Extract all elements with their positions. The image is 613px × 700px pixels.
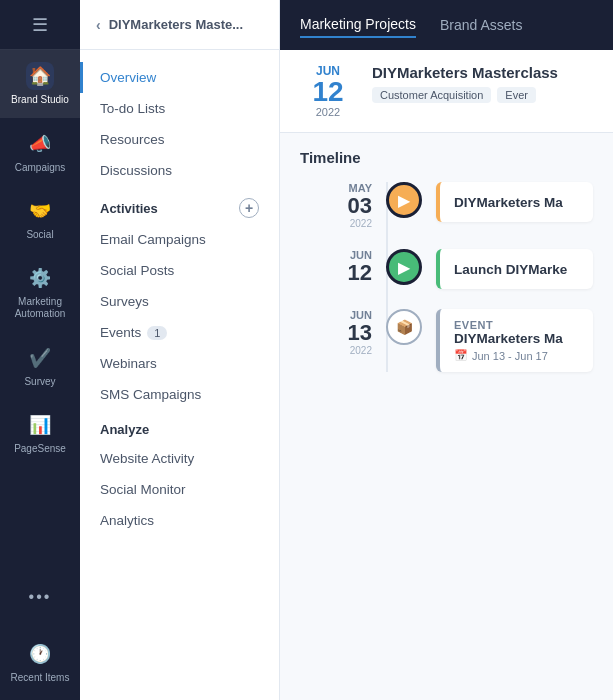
nav-link-events[interactable]: Events1: [80, 317, 279, 348]
timeline-card-1[interactable]: DIYMarketers Ma: [436, 182, 593, 222]
sidebar-collapse-btn[interactable]: ☰: [0, 0, 80, 50]
timeline-card-title-2: Launch DIYMarke: [454, 262, 567, 277]
add-activity-button[interactable]: +: [239, 198, 259, 218]
pagesense-icon: 📊: [26, 411, 54, 439]
timeline-date-3: JUN 13 2022: [300, 309, 372, 356]
sidebar-item-label: PageSense: [14, 443, 66, 454]
timeline-card-3[interactable]: EVENT DIYMarketers Ma 📅 Jun 13 - Jun 17: [436, 309, 593, 372]
timeline-dot-2[interactable]: ▶: [386, 249, 422, 285]
tag-ever: Ever: [497, 87, 536, 103]
sidebar-item-label: Brand Studio: [11, 94, 69, 106]
tag-customer-acquisition: Customer Acquisition: [372, 87, 491, 103]
project-date-badge: JUN 12 2022: [300, 64, 356, 118]
project-header: JUN 12 2022 DIYMarketers Masterclass Cus…: [280, 50, 613, 133]
t-day-1: 03: [300, 194, 372, 218]
marketing-automation-icon: ⚙️: [26, 264, 54, 292]
nav-panel-title: DIYMarketers Maste...: [109, 17, 243, 32]
t-day-3: 13: [300, 321, 372, 345]
timeline-section: Timeline MAY 03 2022 ▶ DIYMarketers Ma: [280, 133, 613, 408]
t-year-1: 2022: [300, 218, 372, 229]
sidebar-item-label: Social: [26, 229, 53, 240]
campaigns-icon: 📣: [26, 130, 54, 158]
project-day: 12: [300, 78, 356, 106]
timeline-item: JUN 13 2022 📦 EVENT DIYMarketers Ma 📅: [300, 309, 593, 372]
nav-link-analytics[interactable]: Analytics: [80, 505, 279, 536]
sidebar-more-btn[interactable]: •••: [21, 576, 60, 618]
nav-link-email-campaigns[interactable]: Email Campaigns: [80, 224, 279, 255]
nav-link-resources[interactable]: Resources: [80, 124, 279, 155]
timeline-dot-1[interactable]: ▶: [386, 182, 422, 218]
timeline-dot-col-2: ▶: [386, 249, 422, 285]
more-dots-icon: •••: [29, 588, 52, 606]
timeline-card-inner-3: EVENT DIYMarketers Ma 📅 Jun 13 - Jun 17: [454, 319, 563, 362]
project-info: DIYMarketers Masterclass Customer Acquis…: [372, 64, 558, 103]
project-year: 2022: [300, 106, 356, 118]
sidebar-item-social[interactable]: 🤝 Social: [0, 185, 80, 252]
timeline-card-date-3: 📅 Jun 13 - Jun 17: [454, 349, 563, 362]
timeline-card-2[interactable]: Launch DIYMarke: [436, 249, 593, 289]
timeline-title: Timeline: [300, 149, 593, 166]
sidebar-item-label: Survey: [24, 376, 55, 387]
sidebar-item-label: Marketing Automation: [8, 296, 72, 320]
nav-links: Overview To-do Lists Resources Discussio…: [80, 50, 279, 548]
sidebar-item-pagesense[interactable]: 📊 PageSense: [0, 399, 80, 466]
timeline-item: JUN 12 ▶ Launch DIYMarke: [300, 249, 593, 289]
timeline-card-title-3: DIYMarketers Ma: [454, 331, 563, 346]
nav-link-social-monitor[interactable]: Social Monitor: [80, 474, 279, 505]
timeline-dot-3[interactable]: 📦: [386, 309, 422, 345]
main-content: Marketing Projects Brand Assets JUN 12 2…: [280, 0, 613, 700]
nav-panel: ‹ DIYMarketers Maste... Overview To-do L…: [80, 0, 280, 700]
t-day-2: 12: [300, 261, 372, 285]
activities-section-header: Activities +: [80, 186, 279, 224]
project-title: DIYMarketers Masterclass: [372, 64, 558, 81]
events-badge: 1: [147, 326, 167, 340]
nav-link-sms-campaigns[interactable]: SMS Campaigns: [80, 379, 279, 410]
nav-link-todo[interactable]: To-do Lists: [80, 93, 279, 124]
activities-section-label: Activities: [100, 201, 158, 216]
sidebar-item-recent-items[interactable]: 🕐 Recent Items: [0, 628, 80, 700]
social-icon: 🤝: [26, 197, 54, 225]
icon-sidebar: ☰ 🏠 Brand Studio 📣 Campaigns 🤝 Social ⚙️…: [0, 0, 80, 700]
calendar-icon-3: 📅: [454, 349, 468, 362]
timeline: MAY 03 2022 ▶ DIYMarketers Ma JUN: [300, 182, 593, 372]
timeline-date-2: JUN 12: [300, 249, 372, 285]
tab-brand-assets[interactable]: Brand Assets: [440, 13, 523, 37]
survey-icon: ✔️: [26, 344, 54, 372]
sidebar-item-brand-studio[interactable]: 🏠 Brand Studio: [0, 50, 80, 118]
nav-panel-header: ‹ DIYMarketers Maste...: [80, 0, 279, 50]
timeline-item: MAY 03 2022 ▶ DIYMarketers Ma: [300, 182, 593, 229]
tab-marketing-projects[interactable]: Marketing Projects: [300, 12, 416, 38]
back-button[interactable]: ‹: [96, 17, 101, 33]
nav-link-website-activity[interactable]: Website Activity: [80, 443, 279, 474]
t-year-3: 2022: [300, 345, 372, 356]
analyze-section-label: Analyze: [100, 422, 149, 437]
sidebar-item-label: Recent Items: [11, 672, 70, 684]
nav-link-webinars[interactable]: Webinars: [80, 348, 279, 379]
top-bar: Marketing Projects Brand Assets: [280, 0, 613, 50]
nav-link-social-posts[interactable]: Social Posts: [80, 255, 279, 286]
timeline-card-title-1: DIYMarketers Ma: [454, 195, 563, 210]
timeline-card-label-3: EVENT: [454, 319, 563, 331]
brand-studio-icon: 🏠: [26, 62, 54, 90]
timeline-dot-col-3: 📦: [386, 309, 422, 345]
sidebar-item-campaigns[interactable]: 📣 Campaigns: [0, 118, 80, 185]
content-area: JUN 12 2022 DIYMarketers Masterclass Cus…: [280, 50, 613, 700]
timeline-date-1: MAY 03 2022: [300, 182, 372, 229]
sidebar-item-survey[interactable]: ✔️ Survey: [0, 332, 80, 399]
analyze-section-header: Analyze: [80, 410, 279, 443]
tag-row: Customer Acquisition Ever: [372, 87, 558, 103]
nav-link-overview[interactable]: Overview: [80, 62, 279, 93]
nav-link-discussions[interactable]: Discussions: [80, 155, 279, 186]
nav-link-surveys[interactable]: Surveys: [80, 286, 279, 317]
sidebar-item-marketing-automation[interactable]: ⚙️ Marketing Automation: [0, 252, 80, 332]
recent-items-icon: 🕐: [26, 640, 54, 668]
sidebar-item-label: Campaigns: [15, 162, 66, 173]
timeline-dot-col-1: ▶: [386, 182, 422, 218]
